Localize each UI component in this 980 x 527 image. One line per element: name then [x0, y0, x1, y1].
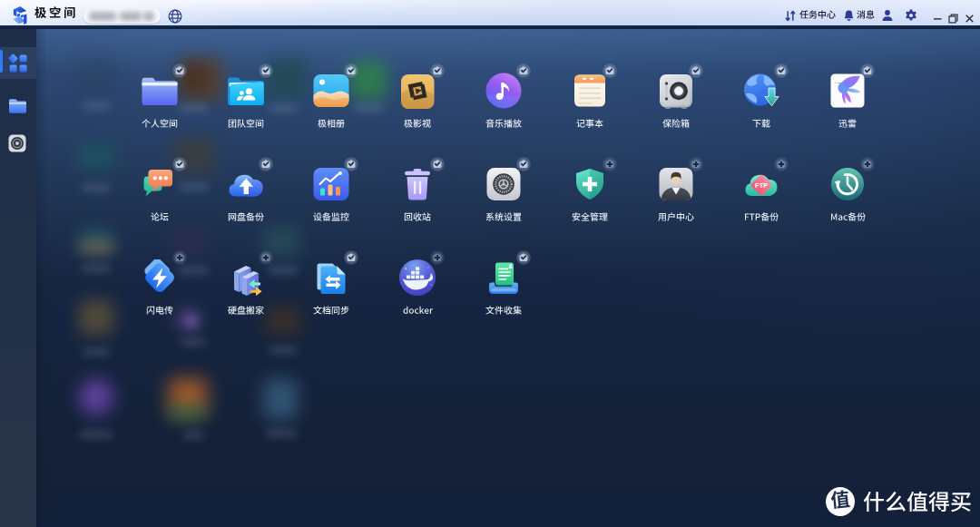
- svg-text:FTP: FTP: [755, 181, 768, 190]
